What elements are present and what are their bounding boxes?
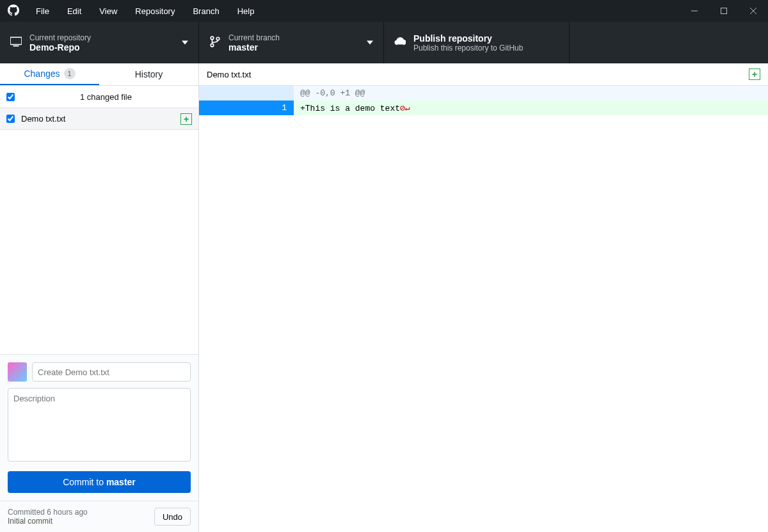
svg-point-8 bbox=[216, 37, 220, 40]
svg-rect-4 bbox=[10, 37, 22, 44]
undo-button[interactable]: Undo bbox=[154, 508, 191, 526]
menu-view[interactable]: View bbox=[90, 1, 126, 21]
commit-summary-input[interactable] bbox=[32, 362, 191, 382]
window-controls bbox=[680, 0, 768, 22]
diff-file-name: Demo txt.txt bbox=[207, 70, 749, 79]
publish-title: Publish repository bbox=[413, 33, 523, 44]
chevron-down-icon bbox=[367, 38, 373, 47]
gutter-new bbox=[246, 86, 294, 101]
last-commit-when: Committed 6 hours ago bbox=[8, 508, 154, 517]
diff-line-text: +This is a demo text⊘↵ bbox=[294, 103, 410, 113]
window-close-button[interactable] bbox=[739, 0, 768, 22]
sidebar-tabs: Changes 1 History bbox=[0, 63, 198, 86]
changed-file-row[interactable]: Demo txt.txt + bbox=[0, 108, 198, 130]
git-branch-icon bbox=[209, 36, 221, 49]
file-name: Demo txt.txt bbox=[21, 114, 180, 124]
current-repository-value: Demo-Repo bbox=[29, 42, 91, 52]
diff-panel: Demo txt.txt + @@ -0,0 +1 @@ 1 +This is … bbox=[199, 63, 768, 532]
tab-changes-label: Changes bbox=[24, 69, 60, 79]
tab-history[interactable]: History bbox=[99, 63, 198, 85]
gutter-old bbox=[199, 86, 246, 101]
commit-button-branch: master bbox=[106, 477, 136, 487]
current-branch-selector[interactable]: Current branch master bbox=[199, 22, 384, 63]
tab-history-label: History bbox=[135, 69, 163, 79]
gutter-old bbox=[199, 101, 246, 115]
current-branch-value: master bbox=[228, 42, 280, 52]
menu-repository[interactable]: Repository bbox=[126, 1, 184, 21]
toolbar: Current repository Demo-Repo Current bra… bbox=[0, 22, 768, 63]
svg-point-7 bbox=[211, 44, 214, 47]
menu-branch[interactable]: Branch bbox=[184, 1, 228, 21]
commit-button-prefix: Commit to bbox=[63, 477, 106, 487]
desktop-icon bbox=[10, 36, 22, 49]
select-all-checkbox[interactable] bbox=[6, 93, 15, 101]
github-logo-icon bbox=[0, 4, 27, 18]
file-added-icon: + bbox=[180, 113, 192, 125]
file-checkbox[interactable] bbox=[6, 115, 15, 123]
avatar bbox=[8, 362, 27, 382]
chevron-down-icon bbox=[182, 38, 188, 47]
commit-panel: Commit to master bbox=[0, 354, 198, 501]
current-repository-label: Current repository bbox=[29, 33, 91, 42]
titlebar: File Edit View Repository Branch Help bbox=[0, 0, 768, 22]
window-minimize-button[interactable] bbox=[680, 0, 709, 22]
publish-subtitle: Publish this repository to GitHub bbox=[413, 44, 523, 52]
commit-description-input[interactable] bbox=[8, 388, 191, 462]
current-repository-selector[interactable]: Current repository Demo-Repo bbox=[0, 22, 199, 63]
svg-rect-1 bbox=[721, 8, 727, 14]
app-menu: File Edit View Repository Branch Help bbox=[27, 1, 263, 21]
sidebar: Changes 1 History 1 changed file Demo tx… bbox=[0, 63, 199, 532]
menu-edit[interactable]: Edit bbox=[58, 1, 90, 21]
current-branch-label: Current branch bbox=[228, 33, 280, 42]
svg-point-6 bbox=[211, 36, 214, 40]
diff-line-added[interactable]: 1 +This is a demo text⊘↵ bbox=[199, 101, 768, 115]
commit-button[interactable]: Commit to master bbox=[8, 471, 191, 493]
diff-expand-icon[interactable]: + bbox=[749, 69, 760, 80]
tab-changes[interactable]: Changes 1 bbox=[0, 63, 99, 85]
menu-file[interactable]: File bbox=[27, 1, 58, 21]
changed-files-header: 1 changed file bbox=[0, 86, 198, 108]
publish-repository-button[interactable]: Publish repository Publish this reposito… bbox=[384, 22, 570, 63]
diff-file-header: Demo txt.txt + bbox=[199, 63, 768, 86]
diff-view: @@ -0,0 +1 @@ 1 +This is a demo text⊘↵ bbox=[199, 86, 768, 115]
menu-help[interactable]: Help bbox=[228, 1, 264, 21]
no-newline-icon: ⊘↵ bbox=[400, 104, 410, 113]
changes-count-badge: 1 bbox=[64, 68, 76, 79]
changed-files-count: 1 changed file bbox=[20, 92, 192, 102]
gutter-new: 1 bbox=[246, 101, 294, 115]
last-commit-message: Initial commit bbox=[8, 517, 154, 526]
upload-cloud-icon bbox=[394, 36, 406, 49]
diff-hunk-header: @@ -0,0 +1 @@ bbox=[199, 86, 768, 101]
window-maximize-button[interactable] bbox=[709, 0, 739, 22]
hunk-text: @@ -0,0 +1 @@ bbox=[294, 88, 365, 98]
last-commit-panel: Committed 6 hours ago Initial commit Und… bbox=[0, 501, 198, 532]
